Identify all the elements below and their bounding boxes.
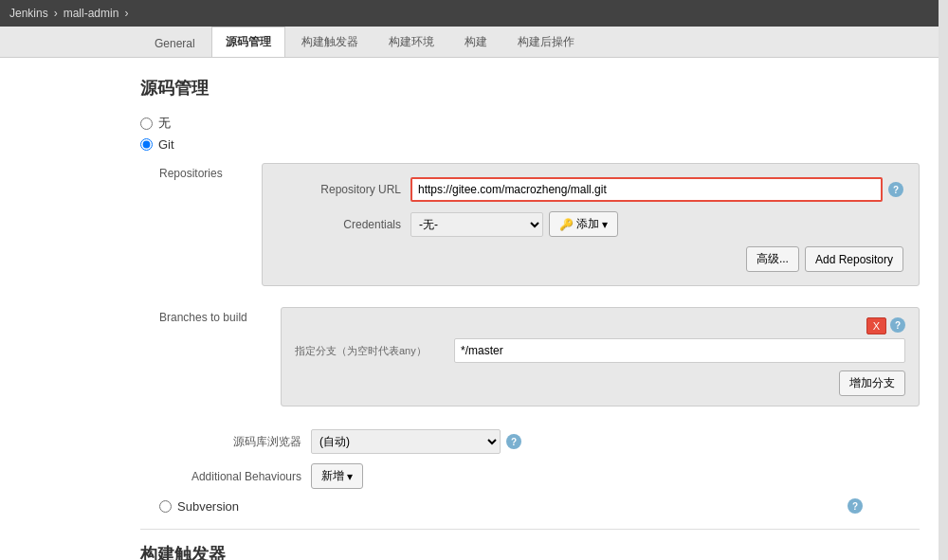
- add-behaviour-label: 新增: [321, 468, 344, 484]
- credentials-label: Credentials: [278, 218, 401, 231]
- radio-none-label: 无: [158, 115, 171, 132]
- branches-label: Branches to build: [159, 307, 254, 324]
- tab-triggers[interactable]: 构建触发器: [287, 27, 373, 57]
- tab-post[interactable]: 构建后操作: [503, 27, 589, 57]
- subversion-help-icon[interactable]: ?: [848, 498, 863, 514]
- radio-none[interactable]: 无: [140, 115, 920, 132]
- add-credentials-arrow: ▾: [602, 218, 608, 231]
- tab-build[interactable]: 构建: [450, 27, 501, 57]
- advanced-button[interactable]: 高级...: [746, 246, 799, 272]
- content-area: 源码管理 无 Git Repositories Repository URL: [0, 58, 939, 560]
- browser-label: 源码库浏览器: [159, 434, 301, 450]
- branch-input[interactable]: [454, 338, 905, 363]
- remove-branch-button[interactable]: X: [866, 317, 886, 334]
- divider: [140, 529, 920, 530]
- tab-environment[interactable]: 构建环境: [374, 27, 448, 57]
- add-credentials-label: 添加: [576, 216, 599, 232]
- add-behaviour-arrow: ▾: [347, 470, 353, 483]
- radio-group-scm: 无 Git: [140, 115, 920, 152]
- tab-general[interactable]: General: [140, 29, 210, 57]
- credentials-row: Credentials -无- 🔑 添加 ▾: [278, 211, 903, 237]
- branches-help-icon[interactable]: ?: [890, 317, 905, 333]
- browser-row: 源码库浏览器 (自动) ?: [159, 429, 920, 454]
- key-icon: 🔑: [559, 218, 574, 231]
- jenkins-link[interactable]: Jenkins: [9, 7, 48, 20]
- branch-row: 指定分支（为空时代表any）: [295, 338, 905, 363]
- add-repository-button[interactable]: Add Repository: [805, 246, 903, 272]
- radio-none-input[interactable]: [140, 117, 153, 130]
- repo-url-row: Repository URL ?: [278, 177, 903, 202]
- credentials-select[interactable]: -无-: [410, 212, 543, 237]
- radio-subversion-input[interactable]: [159, 500, 172, 513]
- scm-section-title: 源码管理: [140, 77, 920, 99]
- browser-help-icon[interactable]: ?: [506, 434, 521, 449]
- add-behaviour-button[interactable]: 新增 ▾: [311, 463, 363, 489]
- branch-field-label: 指定分支（为空时代表any）: [295, 344, 447, 358]
- add-branch-button[interactable]: 增加分支: [839, 370, 905, 396]
- repo-url-label: Repository URL: [278, 183, 401, 196]
- browser-select[interactable]: (自动): [311, 429, 501, 454]
- radio-git-label: Git: [158, 137, 174, 152]
- triggers-title: 构建触发器: [140, 543, 920, 560]
- sep2: ›: [124, 7, 128, 20]
- repo-actions-row: 高级... Add Repository: [278, 246, 903, 272]
- add-branch-row: 增加分支: [295, 370, 905, 396]
- tabs-bar: General 源码管理 构建触发器 构建环境 构建 构建后操作: [0, 27, 939, 58]
- additional-row: Additional Behaviours 新增 ▾: [159, 463, 920, 489]
- tab-scm[interactable]: 源码管理: [211, 27, 285, 57]
- sep1: ›: [54, 7, 58, 20]
- project-link[interactable]: mall-admin: [64, 7, 119, 20]
- additional-label: Additional Behaviours: [159, 470, 301, 483]
- add-credentials-button[interactable]: 🔑 添加 ▾: [549, 211, 618, 237]
- scrollbar[interactable]: [939, 0, 948, 560]
- radio-subversion-label: Subversion: [177, 499, 239, 514]
- repo-url-help-icon[interactable]: ?: [888, 182, 903, 197]
- topbar: Jenkins › mall-admin ›: [0, 0, 948, 27]
- radio-git-input[interactable]: [140, 138, 153, 151]
- radio-subversion[interactable]: Subversion ?: [159, 498, 920, 514]
- repositories-label: Repositories: [159, 163, 254, 180]
- repo-url-input[interactable]: [410, 177, 883, 202]
- radio-git[interactable]: Git: [140, 137, 920, 152]
